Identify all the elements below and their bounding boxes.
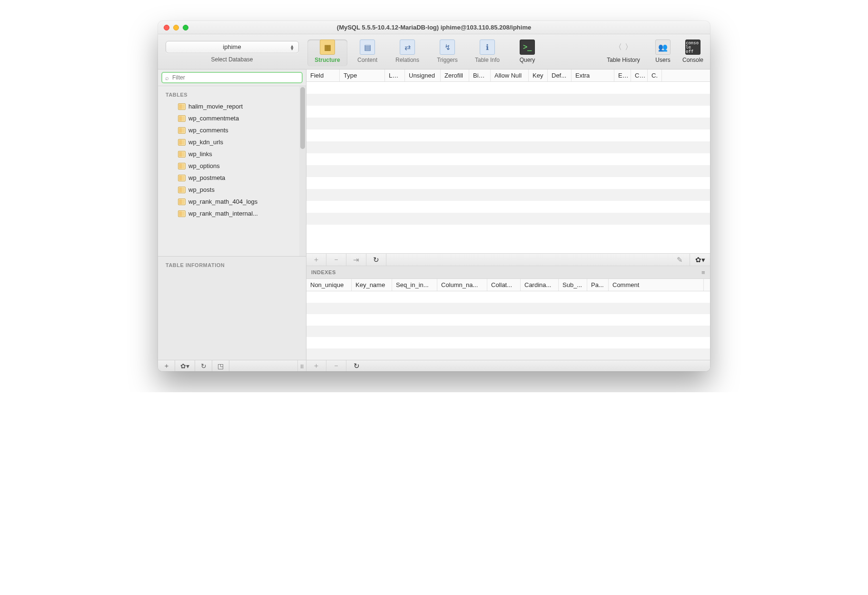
column-header[interactable]: Key_name	[352, 279, 392, 291]
remove-index-button[interactable]: －	[326, 360, 346, 371]
tab-relations[interactable]: ⇄ Relations	[387, 40, 427, 66]
table-item[interactable]: wp_links	[158, 148, 299, 160]
table-name: wp_commentmeta	[188, 115, 239, 122]
table-item[interactable]: wp_posts	[158, 184, 299, 196]
table-row[interactable]	[306, 337, 710, 348]
add-index-button[interactable]: ＋	[306, 360, 326, 371]
column-header[interactable]: Zerofill	[441, 69, 469, 81]
column-header[interactable]: Non_unique	[306, 279, 352, 291]
column-header[interactable]: Allow Null	[491, 69, 529, 81]
table-row[interactable]	[306, 177, 710, 189]
column-header[interactable]: Collat...	[487, 279, 521, 291]
table-item[interactable]: wp_options	[158, 160, 299, 172]
column-header[interactable]: E...	[614, 69, 631, 81]
table-row[interactable]	[306, 153, 710, 165]
column-header[interactable]: Type	[340, 69, 385, 81]
table-list[interactable]: TABLES halim_movie_reportwp_commentmetaw…	[158, 86, 299, 256]
info-icon: ℹ	[480, 40, 495, 55]
filter-field[interactable]: ⌕	[161, 72, 303, 83]
column-header[interactable]: Unsigned	[405, 69, 441, 81]
table-history[interactable]: 〈 〉 Table History	[598, 40, 649, 66]
table-icon	[178, 198, 186, 205]
table-icon	[178, 139, 186, 146]
console-button[interactable]: console off Console	[677, 40, 709, 66]
table-row[interactable]	[306, 291, 710, 303]
table-row[interactable]	[306, 141, 710, 153]
tab-label: Relations	[395, 57, 419, 63]
column-header[interactable]: Sub_...	[559, 279, 587, 291]
table-item[interactable]: wp_postmeta	[158, 172, 299, 184]
column-header[interactable]: Comment	[609, 279, 704, 291]
table-name: wp_postmeta	[188, 174, 225, 181]
tab-content[interactable]: ▤ Content	[347, 40, 387, 66]
duplicate-field-button[interactable]: ⇥	[346, 254, 366, 266]
users-button[interactable]: 👥 Users	[649, 40, 677, 66]
table-row[interactable]	[306, 213, 710, 225]
tab-structure[interactable]: ▦ Structure	[307, 40, 347, 66]
table-row[interactable]	[306, 165, 710, 177]
table-item[interactable]: wp_commentmeta	[158, 112, 299, 124]
reload-indexes-button[interactable]: ↻	[346, 360, 366, 371]
indexes-grid[interactable]	[306, 291, 710, 360]
column-header[interactable]: Cardina...	[521, 279, 559, 291]
table-row[interactable]	[306, 118, 710, 129]
table-row[interactable]	[306, 326, 710, 337]
table-item[interactable]: halim_movie_report	[158, 100, 299, 112]
table-item[interactable]: wp_rank_math_404_logs	[158, 196, 299, 208]
column-header[interactable]: Bin...	[469, 69, 491, 81]
indexes-header[interactable]: Non_uniqueKey_nameSeq_in_in...Column_na.…	[306, 279, 710, 291]
database-select-label: Select Database	[211, 56, 253, 63]
table-row[interactable]	[306, 314, 710, 326]
structure-icon: ▦	[320, 40, 335, 55]
titlebar: (MySQL 5.5.5-10.4.12-MariaDB-log) iphime…	[158, 21, 710, 34]
history-back-icon[interactable]: 〈	[614, 42, 622, 52]
tab-query[interactable]: >_ Query	[507, 40, 547, 66]
table-row[interactable]	[306, 201, 710, 213]
column-header[interactable]: Field	[306, 69, 340, 81]
fields-header[interactable]: FieldTypeLe...UnsignedZerofillBin...Allo…	[306, 69, 710, 82]
table-item[interactable]: wp_kdn_urls	[158, 136, 299, 148]
table-row[interactable]	[306, 348, 710, 360]
remove-field-button[interactable]: －	[326, 254, 346, 266]
column-header[interactable]: Def...	[548, 69, 572, 81]
table-row[interactable]	[306, 106, 710, 118]
fields-grid[interactable]	[306, 82, 710, 253]
refresh-tables-button[interactable]: ↻	[195, 360, 212, 371]
table-row[interactable]	[306, 94, 710, 106]
column-header[interactable]: Extra	[572, 69, 614, 81]
column-header[interactable]: C.	[648, 69, 662, 81]
console-label: Console	[682, 57, 703, 63]
column-header[interactable]: C...	[631, 69, 648, 81]
filter-input[interactable]	[171, 74, 299, 81]
table-actions-menu[interactable]: ✿▾	[175, 360, 195, 371]
table-name: wp_kdn_urls	[188, 139, 223, 146]
indexes-menu-icon[interactable]: ≡	[701, 269, 705, 276]
main-pane: FieldTypeLe...UnsignedZerofillBin...Allo…	[306, 69, 710, 371]
column-header[interactable]: Key	[529, 69, 548, 81]
column-header[interactable]: Seq_in_in...	[392, 279, 437, 291]
table-icon	[178, 151, 186, 158]
table-row[interactable]	[306, 82, 710, 94]
resize-handle[interactable]: ⫼	[297, 360, 306, 371]
database-select[interactable]: iphime ▴▾	[166, 41, 299, 53]
column-header[interactable]: Column_na...	[437, 279, 487, 291]
tab-triggers[interactable]: ↯ Triggers	[427, 40, 467, 66]
table-item[interactable]: wp_rank_math_internal...	[158, 208, 299, 219]
history-fwd-icon[interactable]: 〉	[625, 42, 632, 52]
column-header[interactable]: Pa...	[587, 279, 609, 291]
table-item[interactable]: wp_comments	[158, 124, 299, 136]
table-row[interactable]	[306, 303, 710, 314]
reload-fields-button[interactable]: ↻	[366, 254, 386, 266]
sidebar-scrollbar[interactable]	[299, 86, 306, 256]
tab-tableinfo[interactable]: ℹ Table Info	[467, 40, 507, 66]
add-field-button[interactable]: ＋	[306, 254, 326, 266]
users-icon: 👥	[655, 40, 671, 55]
table-row[interactable]	[306, 189, 710, 201]
toggle-panel-button[interactable]: ◳	[212, 360, 229, 371]
column-header[interactable]: Le...	[385, 69, 405, 81]
scrollbar-thumb[interactable]	[300, 87, 305, 149]
add-table-button[interactable]: ＋	[158, 360, 175, 371]
table-row[interactable]	[306, 129, 710, 141]
fields-settings-menu[interactable]: ✿▾	[690, 254, 710, 266]
edit-field-button[interactable]: ✎	[670, 254, 690, 266]
